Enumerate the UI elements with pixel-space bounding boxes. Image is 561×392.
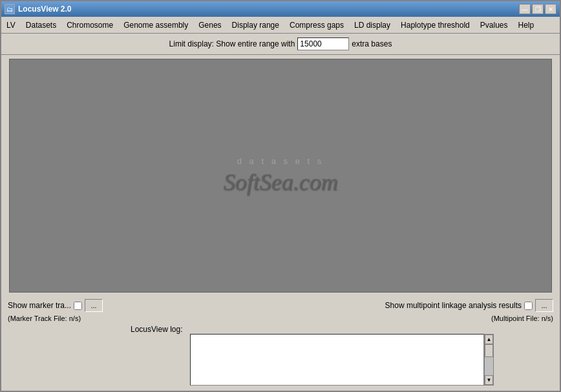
multipoint-label: Show multipoint linkage analysis results <box>385 301 522 310</box>
menu-chromosome[interactable]: Chromosome <box>61 19 118 31</box>
main-window: 🗂 LocusView 2.0 — ❐ ✕ LV Datasets Chromo… <box>0 0 561 392</box>
scrollbar-up-button[interactable]: ▲ <box>485 335 493 344</box>
close-button[interactable]: ✕ <box>545 4 556 14</box>
extra-bases-input[interactable] <box>297 37 349 50</box>
menu-pvalues[interactable]: Pvalues <box>475 19 513 31</box>
multipoint-controls: Show multipoint linkage analysis results… <box>385 299 553 312</box>
menu-datasets[interactable]: Datasets <box>21 19 61 31</box>
scrollbar-thumb[interactable] <box>485 344 493 357</box>
menu-help[interactable]: Help <box>513 19 539 31</box>
menu-ld-display[interactable]: LD display <box>349 19 396 31</box>
menu-display-range[interactable]: Display range <box>227 19 284 31</box>
scrollbar-track[interactable] <box>485 344 493 375</box>
log-area: LocusView log: ▲ ▼ <box>1 325 560 391</box>
bottom-row1: Show marker tra... ... Show multipoint l… <box>8 299 553 312</box>
bottom-row2: (Marker Track File: n/s) (Multipoint Fil… <box>8 315 553 322</box>
marker-track-controls: Show marker tra... ... <box>8 299 103 312</box>
canvas-watermark: d a t a s e t s SoftSea.com <box>224 156 338 196</box>
log-textarea[interactable] <box>190 334 484 386</box>
marker-track-label: Show marker tra... <box>8 301 71 310</box>
app-icon: 🗂 <box>5 4 15 14</box>
menu-genes[interactable]: Genes <box>193 19 226 31</box>
multipoint-browse-button[interactable]: ... <box>535 299 553 312</box>
minimize-button[interactable]: — <box>519 4 531 14</box>
log-scrollbar: ▲ ▼ <box>484 334 494 386</box>
marker-track-browse-button[interactable]: ... <box>85 299 103 312</box>
menu-compress-gaps[interactable]: Compress gaps <box>284 19 349 31</box>
menu-haplotype-threshold[interactable]: Haplotype threshold <box>396 19 475 31</box>
title-buttons: — ❐ ✕ <box>519 4 556 14</box>
marker-track-checkbox[interactable] <box>74 302 82 310</box>
menu-lv[interactable]: LV <box>1 19 21 31</box>
limit-display-label: Limit display: Show entire range with <box>169 39 295 48</box>
bottom-area: Show marker tra... ... Show multipoint l… <box>1 296 560 325</box>
window-title: LocusView 2.0 <box>18 5 71 14</box>
multipoint-checkbox[interactable] <box>524 302 533 310</box>
title-bar-left: 🗂 LocusView 2.0 <box>5 4 71 14</box>
menubar: LV Datasets Chromosome Genome assembly G… <box>1 17 560 34</box>
title-bar: 🗂 LocusView 2.0 — ❐ ✕ <box>1 1 560 17</box>
log-container: ▲ ▼ <box>190 334 494 386</box>
watermark-text: SoftSea.com <box>224 169 338 196</box>
log-label: LocusView log: <box>131 325 183 334</box>
menu-genome-assembly[interactable]: Genome assembly <box>118 19 193 31</box>
canvas-area: d a t a s e t s SoftSea.com <box>9 59 552 293</box>
multipoint-file-label: (Multipoint File: n/s) <box>491 315 553 322</box>
restore-button[interactable]: ❐ <box>532 4 544 14</box>
main-content: d a t a s e t s SoftSea.com <box>1 55 560 296</box>
marker-file-label: (Marker Track File: n/s) <box>8 315 81 322</box>
datasets-text: d a t a s e t s <box>224 156 338 166</box>
toolbar: Limit display: Show entire range with ex… <box>1 34 560 55</box>
extra-bases-label: extra bases <box>352 39 392 48</box>
scrollbar-down-button[interactable]: ▼ <box>485 375 493 385</box>
